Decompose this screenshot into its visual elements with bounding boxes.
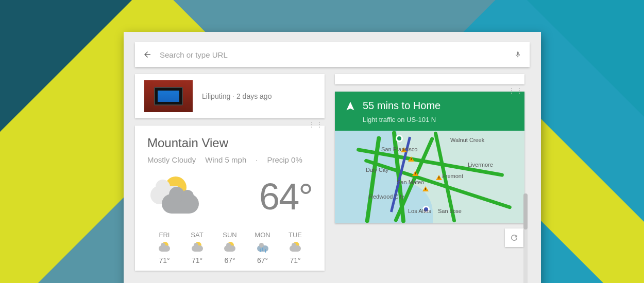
back-icon[interactable] xyxy=(142,49,152,60)
weather-wind: Wind 5 mph xyxy=(205,155,246,164)
map-label: Redwood City xyxy=(369,193,404,200)
weather-condition: Mostly Cloudy xyxy=(147,155,196,164)
map-label: San Francisco xyxy=(381,146,417,152)
search-bar[interactable] xyxy=(135,42,530,67)
map-label: San Jose xyxy=(438,208,462,214)
weather-forecast: FRI 71° SAT 71° SUN 67° xyxy=(147,231,312,264)
nav-destination: Home xyxy=(413,100,440,111)
weather-city: Mountain View xyxy=(147,136,312,150)
search-input[interactable] xyxy=(152,50,513,59)
map-label: San Mateo xyxy=(397,179,424,185)
news-thumbnail xyxy=(144,80,193,112)
news-source: Liliputing xyxy=(202,92,230,100)
map-label: Walnut Creek xyxy=(450,137,484,143)
forecast-day: SUN 67° xyxy=(215,231,245,264)
nav-traffic-detail: Light traffic on US-101 N xyxy=(345,116,514,123)
forecast-day: FRI 71° xyxy=(149,231,179,264)
weather-temp: 64° xyxy=(259,175,312,218)
refresh-button[interactable] xyxy=(505,228,523,247)
news-card[interactable]: Liliputing · 2 days ago xyxy=(135,74,325,118)
news-meta: Liliputing · 2 days ago xyxy=(202,92,272,100)
scrollbar-thumb[interactable] xyxy=(523,193,528,229)
map-origin-pin xyxy=(396,135,403,142)
map-label: Daly City xyxy=(366,167,388,173)
weather-precip: Precip 0% xyxy=(267,155,302,164)
news-age: 2 days ago xyxy=(236,92,272,100)
google-now-window: Liliputing · 2 days ago ⋮⋮ Mountain View… xyxy=(124,32,541,283)
nav-map[interactable]: San Francisco Daly City San Mateo Fremon… xyxy=(335,131,524,223)
nav-eta-line: 55 mins to Home xyxy=(363,100,440,112)
forecast-day: MON 67° xyxy=(248,231,278,264)
weather-card[interactable]: ⋮⋮ Mountain View Mostly Cloudy Wind 5 mp… xyxy=(135,126,325,271)
map-label: Los Altos xyxy=(408,208,431,214)
map-label: Fremont xyxy=(442,173,463,179)
forecast-day: SAT 71° xyxy=(182,231,212,264)
mic-icon[interactable] xyxy=(513,50,522,59)
forecast-day: TUE 71° xyxy=(280,231,310,264)
map-label: Livermore xyxy=(468,162,493,168)
navigation-card[interactable]: ⋮⋮ 55 mins to Home Light traffic on US-1… xyxy=(335,92,524,223)
refresh-icon xyxy=(510,233,519,242)
weather-icon xyxy=(147,173,204,220)
nav-eta: 55 mins xyxy=(363,100,399,111)
card-menu-icon[interactable]: ⋮⋮ xyxy=(508,86,523,95)
card-menu-icon[interactable]: ⋮⋮ xyxy=(308,120,324,129)
collapsed-card[interactable] xyxy=(335,74,524,84)
navigation-icon xyxy=(345,101,355,111)
